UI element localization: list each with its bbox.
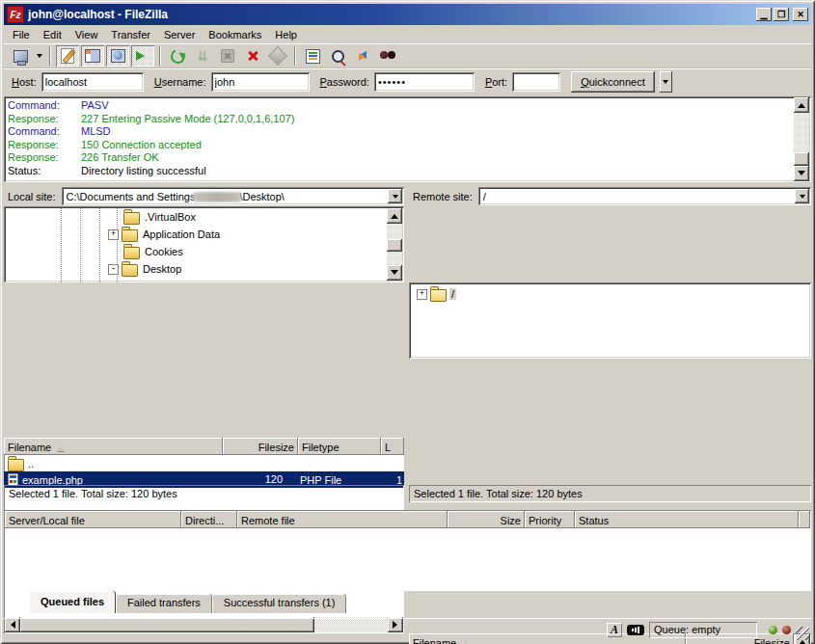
queue-header: Server/Local file Directi... Remote file… xyxy=(5,511,810,528)
remote-path: / xyxy=(483,191,486,202)
local-site-combo[interactable]: C:\Documents and Settings\Desktop\ xyxy=(62,187,404,205)
column-header-remote-file[interactable]: Remote file xyxy=(237,511,448,528)
quickconnect-dropdown[interactable] xyxy=(660,71,672,93)
remote-site-combo[interactable]: / xyxy=(478,187,811,205)
tree-item-root[interactable]: + / xyxy=(411,285,809,303)
site-manager-dropdown[interactable] xyxy=(33,45,45,67)
scroll-down-button[interactable] xyxy=(794,166,809,181)
remote-selection-status: Selected 1 file. Total size: 120 bytes xyxy=(409,485,811,502)
column-header-last-modified[interactable]: L xyxy=(381,438,404,455)
reconnect-button[interactable] xyxy=(266,45,289,67)
toolbar-separator xyxy=(294,46,296,66)
tree-item-cookies[interactable]: Cookies xyxy=(4,243,387,260)
column-header-size[interactable]: Size xyxy=(448,511,525,528)
menu-bookmarks[interactable]: Bookmarks xyxy=(202,27,268,42)
tree-item-application-data[interactable]: + Application Data xyxy=(4,226,387,243)
scroll-up-button[interactable] xyxy=(794,97,809,113)
scroll-up-button[interactable] xyxy=(387,208,402,224)
process-queue-button[interactable]: ⇊ xyxy=(191,45,214,67)
password-input[interactable] xyxy=(374,72,475,92)
disconnect-button[interactable] xyxy=(241,45,264,67)
local-site-dropdown[interactable] xyxy=(388,189,402,203)
column-header-direction[interactable]: Directi... xyxy=(181,511,237,528)
tab-successful-transfers[interactable]: Successful transfers (1) xyxy=(212,594,347,613)
find-files-button[interactable] xyxy=(376,45,399,67)
collapse-icon[interactable]: - xyxy=(108,264,119,275)
column-header-filetype[interactable]: Filetype xyxy=(298,438,381,455)
username-label: Username: xyxy=(154,76,206,88)
speed-limits-icon[interactable] xyxy=(627,625,644,635)
filters-button[interactable] xyxy=(301,45,324,67)
local-site-label: Local site: xyxy=(4,191,58,202)
menu-file[interactable]: File xyxy=(6,27,37,42)
column-header-status[interactable]: Status xyxy=(575,511,799,528)
resize-grip[interactable] xyxy=(796,627,809,640)
remote-site-dropdown[interactable] xyxy=(795,189,809,203)
column-header-server-local-file[interactable]: Server/Local file xyxy=(5,511,181,528)
directory-comparison-button[interactable] xyxy=(326,45,349,67)
minimize-button[interactable]: ▁ xyxy=(756,8,772,21)
local-directory-tree[interactable]: .VirtualBox + Application Data Cookies -… xyxy=(4,206,404,282)
column-header-priority[interactable]: Priority xyxy=(525,511,575,528)
port-label: Port: xyxy=(485,76,507,88)
scroll-down-button[interactable] xyxy=(387,265,402,281)
close-button[interactable]: ✕ xyxy=(793,8,808,21)
tree-item-virtualbox[interactable]: .VirtualBox xyxy=(4,208,387,226)
maximize-button[interactable]: ❒ xyxy=(774,8,789,21)
local-tree-scrollbar[interactable] xyxy=(387,208,402,281)
toggle-local-treeview-button[interactable] xyxy=(81,45,104,67)
message-log[interactable]: Command:PASV Response:227 Entering Passi… xyxy=(4,96,811,182)
quickconnect-button[interactable]: Quickconnect xyxy=(571,71,655,93)
site-manager-button[interactable] xyxy=(9,45,32,67)
expand-icon[interactable]: + xyxy=(108,229,119,240)
host-input[interactable] xyxy=(41,72,144,92)
cancel-operation-button[interactable] xyxy=(216,45,239,67)
local-treeview-icon xyxy=(85,49,100,63)
remote-site-label: Remote site: xyxy=(409,191,475,202)
toggle-message-log-button[interactable] xyxy=(56,45,79,67)
synchronized-browsing-button[interactable] xyxy=(351,45,374,67)
folder-icon xyxy=(122,229,138,242)
remote-site-row: Remote site: / xyxy=(409,186,811,206)
chevron-down-icon xyxy=(393,195,398,201)
local-path: C:\Documents and Settings\Desktop\ xyxy=(67,191,285,202)
column-header-filesize[interactable]: Filesize xyxy=(223,438,298,455)
menu-view[interactable]: View xyxy=(68,27,105,42)
binoculars-icon xyxy=(380,51,395,61)
open-folder-icon xyxy=(430,289,447,302)
expand-icon[interactable]: + xyxy=(417,289,427,300)
toolbar-separator xyxy=(49,46,51,66)
local-site-row: Local site: C:\Documents and Settings\De… xyxy=(4,186,404,206)
scrollbar-thumb[interactable] xyxy=(794,152,809,166)
toggle-remote-treeview-button[interactable] xyxy=(106,45,129,67)
log-line: Response:226 Transfer OK xyxy=(8,151,792,165)
tab-failed-transfers[interactable]: Failed transfers xyxy=(116,594,212,613)
password-label: Password: xyxy=(320,76,369,88)
queue-body[interactable] xyxy=(5,528,810,588)
magnifier-icon xyxy=(332,50,344,63)
menu-transfer[interactable]: Transfer xyxy=(104,27,157,42)
scrollbar-thumb[interactable] xyxy=(387,239,402,252)
activity-led-green-icon xyxy=(769,626,777,634)
menu-server[interactable]: Server xyxy=(157,27,202,42)
data-type-indicator-icon[interactable]: A xyxy=(607,623,622,637)
menu-help[interactable]: Help xyxy=(268,27,304,42)
tree-item-desktop[interactable]: - Desktop xyxy=(4,260,387,278)
redacted-username xyxy=(193,192,241,202)
log-line: Command:PASV xyxy=(8,99,792,113)
username-input[interactable] xyxy=(211,72,310,92)
refresh-button[interactable] xyxy=(166,45,189,67)
toolbar-separator xyxy=(159,46,161,66)
toggle-transfer-queue-button[interactable] xyxy=(131,45,154,67)
log-scrollbar[interactable] xyxy=(794,97,809,181)
tab-queued-files[interactable]: Queued files xyxy=(29,591,116,613)
column-header-filename[interactable]: Filename xyxy=(4,438,223,455)
menu-edit[interactable]: Edit xyxy=(37,27,68,42)
port-input[interactable] xyxy=(512,72,560,92)
title-bar[interactable]: Fz john@localhost - FileZilla ▁ ❒ ✕ xyxy=(4,4,811,25)
menu-bar: File Edit View Transfer Server Bookmarks… xyxy=(4,25,811,43)
remote-directory-tree[interactable]: + / xyxy=(409,282,811,359)
file-row-parent-dir[interactable]: .. xyxy=(4,455,404,471)
log-line: Response:150 Connection accepted xyxy=(8,139,792,152)
log-line: Response:227 Entering Passive Mode (127,… xyxy=(8,113,792,126)
